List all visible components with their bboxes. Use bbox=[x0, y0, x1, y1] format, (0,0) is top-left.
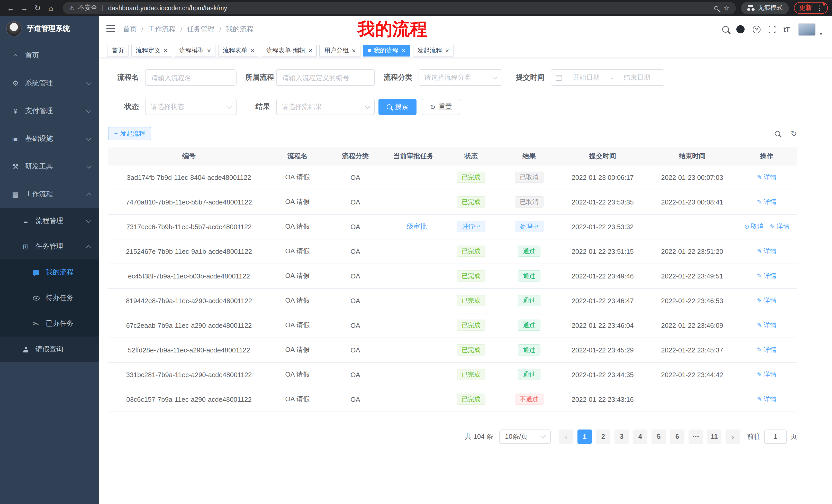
breadcrumb-item[interactable]: 首页 bbox=[123, 25, 137, 34]
process-name-input[interactable] bbox=[145, 69, 237, 86]
create-process-button[interactable]: + 发起流程 bbox=[108, 127, 151, 140]
close-icon[interactable]: × bbox=[352, 47, 356, 54]
sidebar-item-payment-mgmt[interactable]: ¥支付管理 bbox=[0, 97, 99, 125]
avatar[interactable] bbox=[798, 23, 815, 36]
sidebar-item-task-mgmt[interactable]: ⊞任务管理 bbox=[0, 234, 99, 259]
sidebar-item-leave-query[interactable]: 请假查询 bbox=[0, 337, 99, 362]
detail-link[interactable]: ✎详情 bbox=[757, 345, 777, 354]
next-page-button[interactable]: › bbox=[726, 429, 740, 444]
owner-process-input[interactable] bbox=[276, 69, 375, 86]
breadcrumb-item[interactable]: 任务管理 bbox=[187, 25, 215, 34]
page-button-6[interactable]: 6 bbox=[670, 429, 684, 444]
tab-home[interactable]: 首页 bbox=[107, 45, 129, 56]
detail-link[interactable]: ✎详情 bbox=[757, 370, 777, 379]
page-button-2[interactable]: 2 bbox=[596, 429, 610, 444]
status-select[interactable]: 请选择状态 bbox=[145, 99, 237, 115]
font-size-icon[interactable]: tT bbox=[783, 25, 790, 33]
browser-menu-icon[interactable]: ⋮ bbox=[816, 4, 823, 12]
tab-user-group[interactable]: 用户分组× bbox=[319, 45, 361, 56]
page-more-button[interactable]: ⋯ bbox=[688, 429, 703, 444]
sidebar-item-done-tasks[interactable]: ✂已办任务 bbox=[0, 311, 99, 337]
browser-reload-icon[interactable]: ↻ bbox=[31, 1, 44, 15]
sidebar-item-infrastructure[interactable]: ▣基础设施 bbox=[0, 125, 99, 152]
sidebar-item-process-mgmt[interactable]: ≡流程管理 bbox=[0, 208, 99, 234]
result-select[interactable]: 请选择流结果 bbox=[276, 99, 375, 115]
table-search-icon[interactable] bbox=[775, 131, 780, 136]
caret-down-icon[interactable]: ▾ bbox=[820, 31, 822, 36]
close-icon[interactable]: × bbox=[207, 47, 211, 54]
detail-link[interactable]: ✎详情 bbox=[757, 198, 777, 206]
status-badge: 已完成 bbox=[457, 369, 486, 380]
sidebar-item-my-process[interactable]: 我的流程 bbox=[0, 259, 99, 285]
browser-home-icon[interactable]: ⌂ bbox=[44, 1, 58, 15]
close-icon[interactable]: × bbox=[163, 47, 167, 54]
close-icon[interactable]: × bbox=[445, 47, 449, 54]
browser-forward-icon[interactable]: → bbox=[18, 1, 31, 15]
sidebar-item-dev-tools[interactable]: ⚒研发工具 bbox=[0, 152, 99, 180]
update-chip[interactable]: 更新 ⋮ bbox=[794, 2, 828, 14]
end-date-placeholder[interactable]: 结束日期 bbox=[615, 73, 659, 82]
start-date-placeholder[interactable]: 开始日期 bbox=[564, 73, 608, 82]
detail-link[interactable]: ✎详情 bbox=[757, 272, 777, 280]
cancel-link[interactable]: ⊘取消 bbox=[744, 222, 763, 231]
detail-link[interactable]: ✎详情 bbox=[757, 321, 777, 330]
sidebar-item-system-mgmt[interactable]: ⚙系统管理 bbox=[0, 69, 99, 97]
edit-icon: ✎ bbox=[757, 371, 762, 378]
password-key-icon[interactable] bbox=[714, 4, 720, 11]
cell-end-time: 2022-01-22 23:51:20 bbox=[648, 239, 736, 263]
detail-link[interactable]: ✎详情 bbox=[757, 247, 777, 256]
browser-back-icon[interactable]: ← bbox=[4, 1, 18, 15]
category-select[interactable]: 请选择流程分类 bbox=[419, 69, 502, 86]
goto-page-input[interactable] bbox=[764, 429, 787, 444]
page-button-11[interactable]: 11 bbox=[707, 429, 722, 444]
task-link[interactable]: 一级审批 bbox=[400, 222, 427, 230]
breadcrumb-item[interactable]: 我的流程 bbox=[226, 25, 254, 34]
table-refresh-icon[interactable]: ↻ bbox=[790, 129, 797, 138]
tab-process-form-edit[interactable]: 流程表单-编辑× bbox=[262, 45, 317, 56]
cell-result: 通过 bbox=[501, 263, 557, 288]
prev-page-button[interactable]: ‹ bbox=[559, 429, 573, 444]
detail-link[interactable]: ✎详情 bbox=[757, 173, 777, 181]
address-bar[interactable]: ⚠ 不安全 dashboard.yudao.iocoder.cn/bpm/tas… bbox=[63, 2, 736, 14]
plus-icon: + bbox=[114, 130, 118, 137]
close-icon[interactable]: × bbox=[401, 47, 406, 54]
submit-time-range[interactable]: 开始日期 - 结束日期 bbox=[551, 69, 665, 86]
url-text[interactable]: dashboard.yudao.iocoder.cn/bpm/task/my bbox=[108, 4, 227, 11]
cell-current-task bbox=[386, 313, 441, 338]
cell-result: 不通过 bbox=[501, 387, 557, 412]
breadcrumb-item[interactable]: 工作流程 bbox=[148, 25, 176, 34]
page-button-1[interactable]: 1 bbox=[577, 429, 592, 444]
close-icon[interactable]: × bbox=[309, 47, 312, 54]
sidebar-item-home[interactable]: ⌂首页 bbox=[0, 41, 99, 69]
tab-start-process[interactable]: 发起流程× bbox=[413, 45, 453, 56]
fullscreen-icon[interactable] bbox=[769, 26, 775, 33]
reset-button[interactable]: ↻ 重置 bbox=[422, 99, 460, 115]
cell-id: 52ffd28e-7b9a-11ec-a290-acde48001122 bbox=[108, 338, 270, 362]
page-button-4[interactable]: 4 bbox=[633, 429, 647, 444]
tab-my-process[interactable]: 我的流程× bbox=[363, 45, 410, 56]
grid-icon: ⊞ bbox=[21, 243, 31, 251]
page-button-3[interactable]: 3 bbox=[615, 429, 629, 444]
search-icon[interactable] bbox=[723, 27, 728, 32]
search-button[interactable]: 搜索 bbox=[379, 99, 417, 115]
security-label[interactable]: 不安全 bbox=[78, 4, 98, 12]
chevron-down-icon bbox=[492, 74, 497, 79]
tab-process-form[interactable]: 流程表单× bbox=[218, 45, 259, 56]
filter-label-submit-time: 提交时间 bbox=[514, 73, 551, 82]
sidebar-toggle[interactable] bbox=[106, 25, 115, 34]
tab-process-definition[interactable]: 流程定义× bbox=[131, 45, 172, 56]
detail-link[interactable]: ✎详情 bbox=[757, 395, 777, 403]
page-size-select[interactable]: 10条/页 bbox=[499, 429, 551, 444]
bookmark-star-icon[interactable]: ☆ bbox=[723, 4, 730, 12]
close-icon[interactable]: × bbox=[251, 47, 254, 54]
chevron-down-icon bbox=[86, 163, 91, 168]
cell-actions: ✎详情 bbox=[736, 387, 797, 412]
tab-process-model[interactable]: 流程模型× bbox=[175, 45, 215, 56]
page-button-5[interactable]: 5 bbox=[651, 429, 666, 444]
sidebar-item-workflow[interactable]: ▤工作流程 bbox=[0, 180, 99, 208]
detail-link[interactable]: ✎详情 bbox=[770, 222, 789, 231]
github-icon[interactable] bbox=[736, 25, 744, 33]
sidebar-item-todo-tasks[interactable]: 待办任务 bbox=[0, 285, 99, 311]
detail-link[interactable]: ✎详情 bbox=[757, 296, 777, 305]
help-icon[interactable]: ? bbox=[753, 25, 760, 33]
